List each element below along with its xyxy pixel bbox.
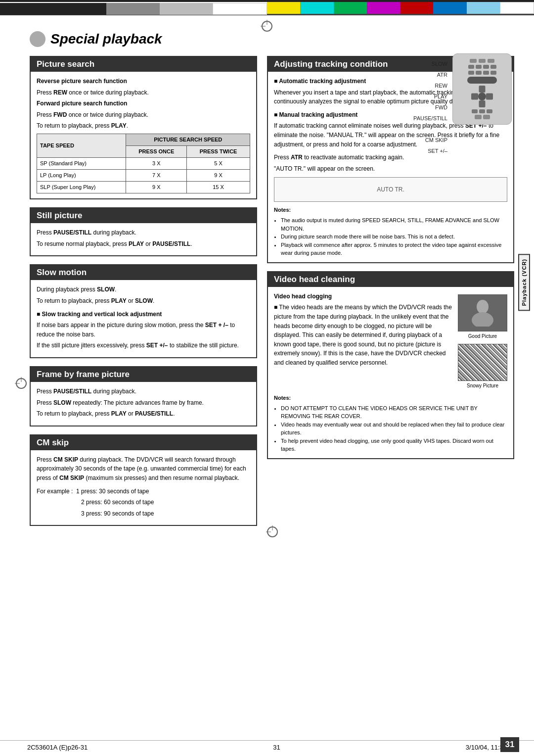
- tracking-notes-list: The audio output is muted during SPEED S…: [274, 216, 507, 257]
- remote-btn-16: [483, 115, 490, 119]
- page-number: 31: [505, 740, 515, 750]
- good-picture-img: [458, 294, 507, 331]
- vhc-note-1: DO NOT ATTEMPT TO CLEAN THE VIDEO HEADS …: [281, 404, 507, 421]
- forward-text: Press FWD once or twice during playback.: [37, 110, 250, 120]
- cm-skip-ex2: 2 press: 60 seconds of tape: [81, 498, 250, 507]
- remote-label-pause: PAUSE/STILL: [413, 113, 447, 124]
- remote-label-blank: [413, 124, 447, 135]
- picture-search-body: Reverse picture search function Press RE…: [31, 72, 256, 198]
- clogging-title: Video head clogging: [274, 293, 332, 300]
- vhc-notes-list: DO NOT ATTEMPT TO CLEAN THE VIDEO HEADS …: [274, 404, 507, 453]
- picture-search-section: Picture search Reverse picture search fu…: [30, 56, 257, 199]
- color-block-green: [334, 2, 367, 14]
- svg-point-1: [472, 312, 493, 327]
- table-cell-slp-twice: 15 X: [187, 182, 250, 193]
- slow-text1: During playback press SLOW.: [37, 285, 250, 294]
- top-color-bar: [0, 0, 534, 14]
- table-cell-sp-once: 3 X: [126, 158, 187, 170]
- page-number-box: 31: [500, 737, 519, 752]
- title-bullet-icon: [30, 31, 45, 47]
- video-head-cleaning-body: Good Picture Snowy Picture Video head cl…: [268, 287, 513, 458]
- still-picture-title: Still picture: [31, 208, 256, 223]
- page-title-text: Special playback: [50, 31, 162, 47]
- color-block-yellow: [267, 2, 300, 14]
- remote-btn-12: [472, 109, 478, 113]
- slow-sub-text1: If noise bars appear in the picture duri…: [37, 321, 250, 339]
- remote-btn-15: [475, 115, 482, 119]
- cm-skip-section: CM skip Press CM SKIP during playback. T…: [30, 434, 257, 526]
- table-cell-lp-twice: 9 X: [187, 170, 250, 182]
- slow-motion-title: Slow motion: [31, 265, 256, 280]
- remote-btn-9: [476, 71, 482, 75]
- snowy-picture-box: Snowy Picture: [458, 344, 507, 390]
- remote-btn-8: [468, 71, 474, 75]
- good-picture-box: Good Picture: [458, 294, 507, 340]
- remote-btn-5: [476, 65, 482, 69]
- snowy-picture-label: Snowy Picture: [458, 382, 507, 390]
- auto-tr-display-text: "AUTO TR." will appear on the screen.: [274, 164, 507, 174]
- table-col-press-once: PRESS ONCE: [126, 146, 187, 158]
- tracking-note-1: The audio output is muted during SPEED S…: [281, 216, 507, 233]
- forward-title: Forward picture search function: [37, 100, 127, 107]
- auto-tracking-title: ■ Automatic tracking adjustment: [274, 78, 366, 85]
- remote-btn-11: [490, 71, 496, 75]
- left-column: Picture search Reverse picture search fu…: [30, 56, 257, 534]
- remote-label-atr: ATR: [413, 69, 447, 80]
- color-block-lblue: [467, 2, 500, 14]
- table-col-press-twice: PRESS TWICE: [187, 146, 250, 158]
- snowy-picture-img: [458, 344, 507, 381]
- remote-btn-7: [490, 65, 496, 69]
- frame-by-frame-body: Press PAUSE/STILL during playback. Press…: [31, 382, 256, 425]
- color-block-cyan: [300, 2, 333, 14]
- tracking-note-2: During picture search mode there will be…: [281, 233, 507, 241]
- remote-label-fwd: FWD: [413, 102, 447, 113]
- top-bar-right: [267, 0, 534, 14]
- tracking-notes: Notes: The audio output is muted during …: [274, 206, 507, 257]
- cm-skip-body: Press CM SKIP during playback. The DVD/V…: [31, 450, 256, 525]
- still-picture-body: Press PAUSE/STILL during playback. To re…: [31, 223, 256, 255]
- color-block-white2: [500, 2, 534, 14]
- playback-vcr-label: Playback (VCR): [518, 254, 530, 311]
- remote-dpad-up: [479, 86, 486, 93]
- cm-skip-title: CM skip: [31, 435, 256, 450]
- reverse-title: Reverse picture search function: [37, 78, 127, 85]
- video-head-cleaning-section: Video head cleaning Goo: [267, 271, 514, 459]
- color-block-black2: [53, 3, 107, 15]
- remote-dpad: [471, 86, 493, 107]
- svg-point-0: [477, 300, 489, 314]
- remote-labels-list: SLOW ATR REW PLAY FWD PAUSE/STILL CM SKI…: [413, 53, 447, 156]
- frame-by-frame-title: Frame by frame picture: [31, 367, 256, 382]
- table-cell-slp-label: SLP (Super Long Play): [37, 182, 126, 193]
- table-row-slp: SLP (Super Long Play) 9 X 15 X: [37, 182, 250, 193]
- slow-sub-text2: If the still picture jitters excessively…: [37, 341, 250, 350]
- good-picture-label: Good Picture: [458, 332, 507, 340]
- table-cell-slp-once: 9 X: [126, 182, 187, 193]
- bottom-left-text: 2C53601A (E)p26-31: [27, 744, 88, 751]
- remote-label-slow: SLOW: [413, 58, 447, 69]
- cm-skip-text1: Press CM SKIP during playback. The DVD/V…: [37, 455, 250, 483]
- tracking-note-3: Playback will commence after approx. 5 m…: [281, 241, 507, 257]
- remote-btn-1: [470, 59, 477, 63]
- remote-dpad-right: [486, 94, 493, 100]
- frame-by-frame-section: Frame by frame picture Press PAUSE/STILL…: [30, 366, 257, 426]
- table-col-search-speed: PICTURE SEARCH SPEED: [126, 134, 250, 145]
- video-head-cleaning-title: Video head cleaning: [268, 272, 513, 287]
- remote-btn-3: [488, 59, 494, 63]
- tracking-notes-title: Notes:: [274, 206, 507, 214]
- slow-motion-section: Slow motion During playback press SLOW. …: [30, 264, 257, 358]
- picture-search-title: Picture search: [31, 57, 256, 72]
- table-col-tape-speed: TAPE SPEED: [37, 134, 126, 157]
- good-picture-svg: [468, 299, 497, 327]
- crosshair-left-circle: [16, 378, 27, 389]
- remote-oval-btn: [467, 77, 497, 84]
- picture-pair: Good Picture Snowy Picture: [458, 294, 507, 390]
- remote-btn-2: [479, 59, 486, 63]
- speed-table: TAPE SPEED PICTURE SEARCH SPEED PRESS ON…: [37, 134, 250, 193]
- return-text: To return to playback, press PLAY.: [37, 121, 250, 131]
- crosshair-bottom-circle: [267, 526, 278, 537]
- slow-sub-title: ■ Slow tracking and vertical lock adjust…: [37, 311, 162, 318]
- remote-label-rew: REW: [413, 80, 447, 91]
- remote-dpad-left: [471, 94, 478, 100]
- remote-btn-14: [487, 109, 492, 113]
- table-cell-lp-label: LP (Long Play): [37, 170, 126, 182]
